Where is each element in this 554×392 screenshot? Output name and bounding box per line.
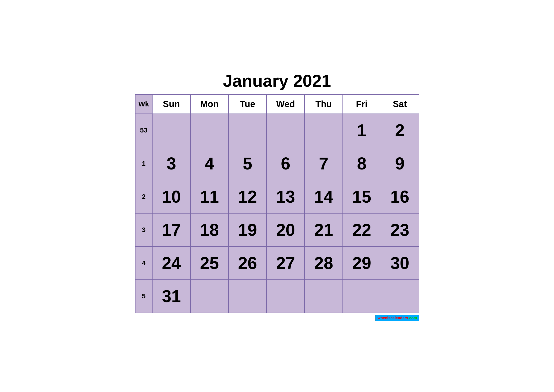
day-cell-w4-d0: 24 (152, 246, 190, 280)
day-cell-w0-d2 (229, 114, 267, 147)
header-thu: Thu (305, 95, 343, 114)
day-cell-w0-d6: 2 (381, 114, 419, 147)
header-sat: Sat (381, 95, 419, 114)
day-cell-w4-d1: 25 (190, 246, 229, 280)
watermark-text: wheniscalendars.com (378, 316, 417, 320)
day-cell-w2-d4: 14 (305, 180, 343, 213)
week-number-3: 3 (135, 213, 152, 246)
day-cell-w5-d4 (305, 280, 343, 313)
calendar-title: January 2021 (135, 71, 419, 91)
day-cell-w4-d2: 26 (229, 246, 267, 280)
calendar-table: Wk Sun Mon Tue Wed Thu Fri Sat 531213456… (135, 94, 419, 313)
day-cell-w2-d3: 13 (266, 180, 305, 213)
day-cell-w5-d2 (229, 280, 267, 313)
day-cell-w1-d1: 4 (190, 147, 229, 180)
header-fri: Fri (343, 95, 381, 114)
day-cell-w0-d0 (152, 114, 190, 147)
day-cell-w1-d0: 3 (152, 147, 190, 180)
week-number-0: 53 (135, 114, 152, 147)
week-number-2: 2 (135, 180, 152, 213)
week-row-2: 210111213141516 (135, 180, 419, 213)
day-cell-w5-d0: 31 (152, 280, 190, 313)
week-row-4: 424252627282930 (135, 246, 419, 280)
day-cell-w3-d2: 19 (229, 213, 267, 246)
week-number-1: 1 (135, 147, 152, 180)
day-cell-w3-d1: 18 (190, 213, 229, 246)
header-sun: Sun (152, 95, 190, 114)
day-cell-w1-d3: 6 (266, 147, 305, 180)
day-cell-w5-d6 (381, 280, 419, 313)
day-cell-w0-d4 (305, 114, 343, 147)
day-cell-w5-d3 (266, 280, 305, 313)
day-cell-w1-d2: 5 (229, 147, 267, 180)
header-mon: Mon (190, 95, 229, 114)
watermark-link[interactable]: wheniscalendars.com (375, 315, 419, 321)
calendar-container: January 2021 Wk Sun Mon Tue Wed Thu Fri … (135, 71, 419, 313)
day-cell-w4-d3: 27 (266, 246, 305, 280)
header-tue: Tue (229, 95, 267, 114)
day-cell-w3-d3: 20 (266, 213, 305, 246)
day-cell-w4-d6: 30 (381, 246, 419, 280)
header-wed: Wed (266, 95, 305, 114)
day-cell-w1-d4: 7 (305, 147, 343, 180)
day-cell-w3-d6: 23 (381, 213, 419, 246)
day-cell-w5-d1 (190, 280, 229, 313)
day-cell-w0-d5: 1 (343, 114, 381, 147)
watermark: wheniscalendars.com (135, 315, 419, 321)
day-cell-w1-d5: 8 (343, 147, 381, 180)
day-cell-w2-d5: 15 (343, 180, 381, 213)
week-row-5: 531 (135, 280, 419, 313)
day-cell-w2-d0: 10 (152, 180, 190, 213)
day-cell-w0-d1 (190, 114, 229, 147)
day-cell-w2-d1: 11 (190, 180, 229, 213)
day-cell-w4-d4: 28 (305, 246, 343, 280)
day-cell-w4-d5: 29 (343, 246, 381, 280)
day-cell-w5-d5 (343, 280, 381, 313)
week-number-5: 5 (135, 280, 152, 313)
day-cell-w1-d6: 9 (381, 147, 419, 180)
week-row-0: 5312 (135, 114, 419, 147)
day-cell-w3-d5: 22 (343, 213, 381, 246)
week-row-3: 317181920212223 (135, 213, 419, 246)
wk-header: Wk (135, 95, 152, 114)
header-row: Wk Sun Mon Tue Wed Thu Fri Sat (135, 95, 419, 114)
day-cell-w2-d6: 16 (381, 180, 419, 213)
week-row-1: 13456789 (135, 147, 419, 180)
day-cell-w2-d2: 12 (229, 180, 267, 213)
week-number-4: 4 (135, 246, 152, 280)
day-cell-w0-d3 (266, 114, 305, 147)
day-cell-w3-d0: 17 (152, 213, 190, 246)
day-cell-w3-d4: 21 (305, 213, 343, 246)
